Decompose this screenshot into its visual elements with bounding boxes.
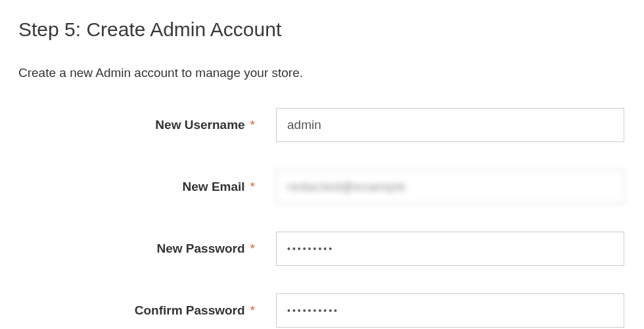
page-subtitle: Create a new Admin account to manage you… xyxy=(18,66,626,80)
form-row-password: New Password * xyxy=(18,232,626,266)
confirm-password-label: Confirm Password xyxy=(135,303,245,318)
email-input[interactable] xyxy=(276,170,624,204)
required-asterisk-icon: * xyxy=(250,241,255,256)
required-asterisk-icon: * xyxy=(250,303,255,318)
email-label: New Email xyxy=(183,180,245,194)
username-input[interactable] xyxy=(276,108,624,142)
form-row-confirm-password: Confirm Password * xyxy=(18,293,626,328)
username-label: New Username xyxy=(155,118,244,132)
required-asterisk-icon: * xyxy=(250,118,255,132)
page-title: Step 5: Create Admin Account xyxy=(18,18,626,41)
required-asterisk-icon: * xyxy=(250,180,255,194)
confirm-password-input[interactable] xyxy=(276,293,624,328)
password-label: New Password xyxy=(156,241,244,256)
form-row-email: New Email * xyxy=(18,170,626,204)
password-input[interactable] xyxy=(276,232,624,266)
form-row-username: New Username * xyxy=(18,108,626,142)
